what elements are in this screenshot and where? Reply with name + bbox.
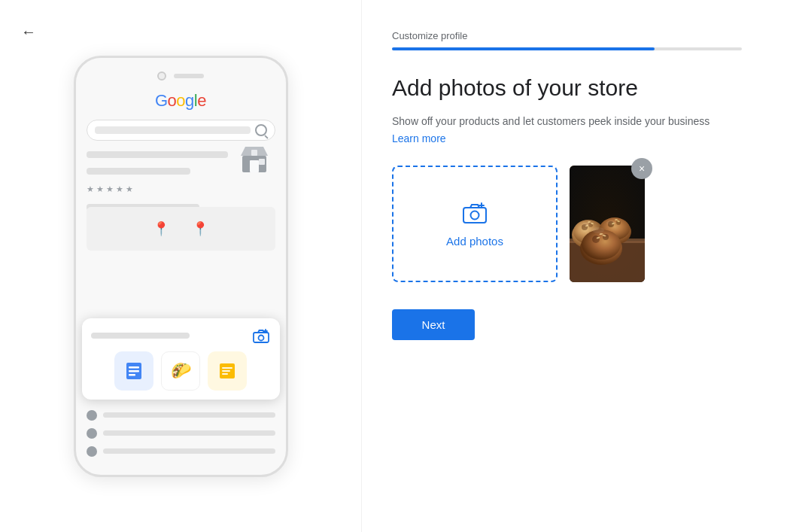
popup-apps-row: 🌮 [91,351,271,391]
stars-row: ★ ★ ★ ★ ★ [87,184,275,194]
description-text: Show off your products and let customers… [392,114,742,129]
page-title: Add photos of your store [392,74,742,102]
phone-popup-card: 🌮 [82,318,280,400]
svg-rect-3 [259,159,265,165]
progress-bar-fill [392,47,655,50]
popup-app-notes [208,351,247,391]
svg-rect-2 [251,150,257,156]
skeleton-line-2 [87,168,190,175]
next-button[interactable]: Next [392,309,475,340]
svg-rect-13 [222,373,228,375]
add-photo-icon [461,200,488,227]
phone-search-bar [87,120,275,141]
right-panel: Customize profile Add photos of your sto… [361,0,787,532]
google-logo: Google [87,91,275,111]
store-icon [236,139,272,175]
svg-point-35 [592,236,600,243]
svg-point-15 [471,211,479,220]
remove-photo-button[interactable]: × [631,158,652,179]
svg-rect-8 [129,370,139,372]
svg-rect-9 [129,374,135,376]
svg-point-40 [592,227,604,233]
photos-area: Add photos [392,166,742,282]
svg-rect-1 [250,160,259,172]
svg-point-42 [582,223,590,226]
search-icon [255,124,267,136]
back-button[interactable]: ← [21,24,36,39]
map-area: 📍 📍 [87,207,275,251]
phone-top-bar [87,71,275,81]
svg-point-41 [606,220,615,225]
left-panel: ← Google ★ ★ ★ [0,0,361,532]
popup-app-files [114,351,153,391]
popup-title [91,333,190,339]
add-photos-label: Add photos [446,235,503,248]
uploaded-photo [570,166,645,282]
progress-bar-track [392,47,742,50]
search-input-placeholder [95,126,251,134]
progress-section: Customize profile [392,30,742,50]
svg-rect-14 [463,208,486,223]
phone-camera [157,71,166,81]
phone-bottom-items [87,410,275,464]
progress-label: Customize profile [392,30,742,41]
learn-more-link[interactable]: Learn more [392,132,742,144]
phone-speaker [174,74,204,78]
svg-point-5 [258,335,263,340]
svg-rect-11 [222,367,232,369]
popup-app-food: 🌮 [161,351,200,391]
uploaded-photo-container: × [570,166,645,282]
skeleton-line-1 [87,151,228,158]
phone-mockup: Google ★ ★ ★ ★ ★ [74,56,288,477]
svg-rect-7 [129,366,139,369]
svg-rect-12 [222,370,230,372]
add-photos-box[interactable]: Add photos [392,166,558,282]
popup-camera-icon [251,327,271,344]
